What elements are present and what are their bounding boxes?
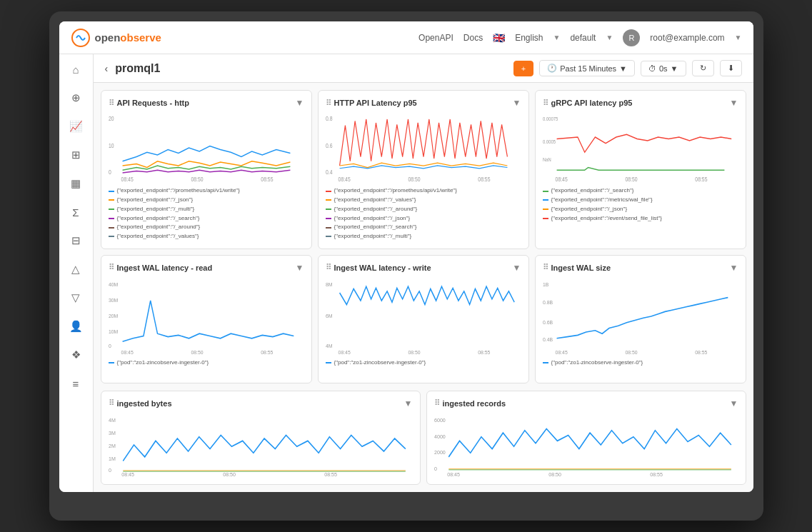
chart-api-requests: 20 10 0 08:45 <box>109 112 304 184</box>
sidebar-item-alerts[interactable]: Σ <box>68 204 84 220</box>
logo-text: openobserve <box>95 31 161 44</box>
sidebar-item-user[interactable]: 👤 <box>68 318 84 334</box>
sidebar-item-integration[interactable]: ❖ <box>68 347 84 363</box>
nav-user[interactable]: root@example.com <box>650 33 724 43</box>
svg-text:08:55: 08:55 <box>261 176 274 184</box>
sidebar-item-metrics[interactable]: 📈 <box>68 119 84 134</box>
svg-text:08:45: 08:45 <box>338 176 351 184</box>
chart-wal-size: 1B 0.8B 0.6B 0.4B 08:45 08:50 08:55 <box>543 277 738 356</box>
drag-icon: ⠿ <box>543 99 548 108</box>
panel-menu-button[interactable]: ▼ <box>730 398 738 408</box>
nav-openapi[interactable]: OpenAPI <box>418 33 453 43</box>
download-button[interactable]: ⬇ <box>720 60 742 76</box>
svg-text:1M: 1M <box>109 456 116 462</box>
panel-menu-button[interactable]: ▼ <box>296 263 304 273</box>
sidebar-item-logs[interactable]: ▦ <box>68 176 84 191</box>
clock-icon: 🕐 <box>547 64 557 73</box>
panel-ingested-records: ⠿ ingested records ▼ 6000 4000 2000 0 <box>426 391 746 485</box>
panel-header: ⠿ HTTP API Latency p95 ▼ <box>326 98 521 108</box>
sidebar-item-traces[interactable]: △ <box>68 261 84 277</box>
panel-title: ⠿ API Requests - http <box>109 99 189 108</box>
chart-ingested-records: 6000 4000 2000 0 08:45 08:50 <box>434 413 738 477</box>
drag-icon: ⠿ <box>109 99 114 108</box>
legend-http-latency: {"exported_endpoint":"/prometheus/api/v1… <box>326 186 521 241</box>
panel-wal-write: ⠿ Ingest WAL latency - write ▼ 8M 6M 4M <box>318 255 529 383</box>
nav-links: OpenAPI Docs 🇬🇧 English ▼ default ▼ R ro… <box>418 29 741 46</box>
panel-api-requests: ⠿ API Requests - http ▼ 20 10 0 <box>101 90 312 249</box>
panel-header: ⠿ Ingest WAL latency - write ▼ <box>326 263 521 273</box>
svg-text:4M: 4M <box>326 342 332 349</box>
svg-text:08:50: 08:50 <box>625 348 637 356</box>
svg-text:08:45: 08:45 <box>338 348 350 356</box>
logo-area: openobserve <box>71 28 161 48</box>
svg-text:30M: 30M <box>109 297 118 304</box>
sidebar-item-search[interactable]: ⊕ <box>68 90 84 106</box>
legend-wal-read: {"pod":"zo1-zincobserve-ingester-0"} <box>109 358 304 368</box>
svg-text:4M: 4M <box>109 417 116 423</box>
panel-grpc-latency: ⠿ gRPC API latency p95 ▼ 0.00075 0.0005 … <box>535 90 746 249</box>
legend-wal-size: {"pod":"zo1-zincobserve-ingester-0"} <box>543 358 738 368</box>
nav-docs[interactable]: Docs <box>463 33 483 43</box>
panel-title: ⠿ Ingest WAL latency - write <box>326 263 431 272</box>
content-area: ‹ promql1 + 🕐 Past 15 Minutes ▼ ⏱ 0s ▼ <box>94 54 753 492</box>
svg-text:08:55: 08:55 <box>324 471 337 476</box>
interval-icon: ⏱ <box>648 64 656 73</box>
panel-title: ⠿ gRPC API latency p95 <box>543 99 633 108</box>
drag-icon: ⠿ <box>326 99 331 108</box>
svg-text:08:55: 08:55 <box>650 471 663 476</box>
svg-text:08:50: 08:50 <box>191 348 203 356</box>
svg-text:0.6: 0.6 <box>326 142 333 149</box>
page-title: promql1 <box>115 62 506 75</box>
sidebar-item-reports[interactable]: ⊟ <box>68 233 84 249</box>
nav-language[interactable]: English <box>515 33 543 43</box>
svg-text:08:50: 08:50 <box>548 471 561 476</box>
panel-header: ⠿ Ingest WAL latency - read ▼ <box>109 263 304 273</box>
legend-wal-write: {"pod":"zo1-zincobserve-ingester-0"} <box>326 358 521 368</box>
svg-text:08:55: 08:55 <box>695 348 707 356</box>
panel-title: ⠿ Ingest WAL latency - read <box>109 263 213 272</box>
chart-grpc-latency: 0.00075 0.0005 NaN 08:45 08:50 08:55 <box>543 112 738 184</box>
svg-text:10M: 10M <box>109 328 118 336</box>
svg-text:08:55: 08:55 <box>261 348 273 356</box>
panel-header: ⠿ ingested records ▼ <box>434 398 738 408</box>
panel-header: ⠿ API Requests - http ▼ <box>109 98 304 108</box>
chart-http-latency: 0.8 0.6 0.4 08:45 08:50 <box>326 112 521 184</box>
refresh-button[interactable]: ↻ <box>692 60 714 76</box>
time-range-button[interactable]: 🕐 Past 15 Minutes ▼ <box>539 60 635 76</box>
screen: openobserve OpenAPI Docs 🇬🇧 English ▼ de… <box>59 21 753 492</box>
chart-wal-read: 40M 30M 20M 10M 0 08:45 08:50 08:55 <box>109 277 304 356</box>
svg-text:0.8: 0.8 <box>326 116 333 123</box>
svg-text:6000: 6000 <box>434 417 446 423</box>
panel-menu-button[interactable]: ▼ <box>404 398 413 408</box>
svg-text:08:45: 08:45 <box>121 176 134 184</box>
sidebar-item-filter[interactable]: ▽ <box>68 290 84 306</box>
panel-header: ⠿ gRPC API latency p95 ▼ <box>543 98 738 108</box>
sidebar-item-home[interactable]: ⌂ <box>68 61 84 77</box>
svg-text:NaN: NaN <box>543 156 551 162</box>
back-button[interactable]: ‹ <box>105 63 109 74</box>
panel-menu-button[interactable]: ▼ <box>730 98 738 108</box>
dashboard-grid: ⠿ API Requests - http ▼ 20 10 0 <box>94 83 753 391</box>
svg-text:0: 0 <box>109 342 111 349</box>
svg-text:0: 0 <box>109 467 111 473</box>
panel-menu-button[interactable]: ▼ <box>513 263 521 273</box>
sidebar-item-menu[interactable]: ≡ <box>68 376 84 391</box>
interval-button[interactable]: ⏱ 0s ▼ <box>641 61 686 76</box>
panel-menu-button[interactable]: ▼ <box>296 98 304 108</box>
panel-menu-button[interactable]: ▼ <box>513 98 521 108</box>
drag-icon: ⠿ <box>326 263 331 272</box>
add-panel-button[interactable]: + <box>513 61 533 76</box>
svg-text:0.0005: 0.0005 <box>543 139 556 144</box>
panel-menu-button[interactable]: ▼ <box>730 263 738 273</box>
user-avatar: R <box>623 29 640 46</box>
panel-title: ⠿ ingested records <box>434 398 506 408</box>
panel-title: ⠿ ingested bytes <box>109 398 172 408</box>
svg-text:0.4B: 0.4B <box>543 336 553 343</box>
logo-icon <box>71 28 91 48</box>
nav-default[interactable]: default <box>570 33 596 43</box>
svg-text:4000: 4000 <box>434 433 446 440</box>
svg-text:08:45: 08:45 <box>121 348 133 356</box>
flag-icon: 🇬🇧 <box>493 32 505 44</box>
sidebar-item-dashboards[interactable]: ⊞ <box>68 147 84 163</box>
panel-header: ⠿ ingested bytes ▼ <box>109 398 413 408</box>
